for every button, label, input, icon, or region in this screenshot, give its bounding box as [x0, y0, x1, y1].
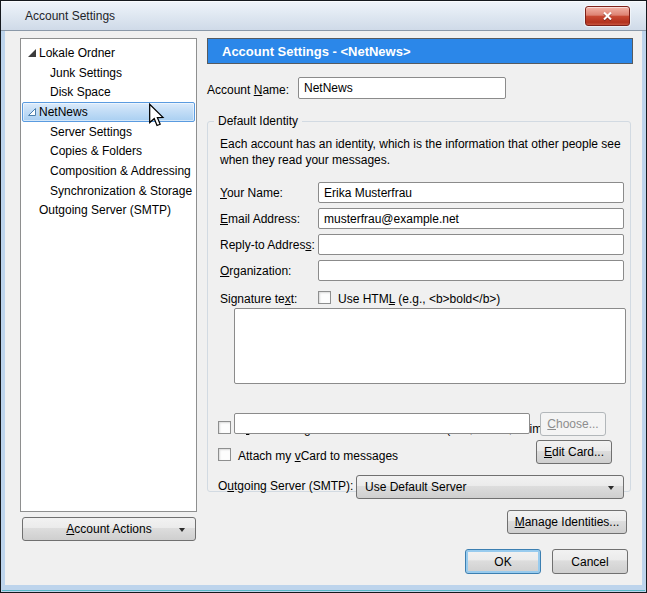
dialog-client-area: Lokale Ordner Junk Settings Disk Space N…	[5, 31, 642, 585]
tree-item[interactable]: Server Settings	[22, 122, 195, 142]
account-tree[interactable]: Lokale Ordner Junk Settings Disk Space N…	[20, 38, 197, 512]
tree-item[interactable]: Composition & Addressing	[22, 161, 195, 181]
email-address-label: Email Address:	[220, 212, 300, 226]
tree-item[interactable]: Junk Settings	[22, 63, 195, 83]
reply-to-label: Reply-to Address:	[220, 238, 315, 252]
tree-item-label: Junk Settings	[50, 66, 122, 80]
tree-item[interactable]: Synchronization & Storage	[22, 181, 195, 201]
ok-button[interactable]: OK	[465, 549, 541, 574]
choose-file-button[interactable]: Choose...	[540, 412, 606, 436]
banner: Account Settings - <NetNews>	[207, 38, 633, 64]
tree-item[interactable]: Disk Space	[22, 82, 195, 102]
your-name-label: Your Name:	[220, 186, 283, 200]
mouse-cursor-icon	[147, 103, 165, 127]
window-title: Account Settings	[25, 9, 115, 23]
tree-item[interactable]: Outgoing Server (SMTP)	[22, 201, 195, 221]
tree-item[interactable]: NetNews	[22, 102, 195, 122]
ok-label: OK	[494, 555, 511, 569]
smtp-server-dropdown[interactable]: Use Default Server	[356, 475, 624, 499]
identity-description: Each account has an identity, which is t…	[220, 136, 628, 168]
edit-card-button[interactable]: Edit Card...	[536, 440, 612, 464]
account-actions-button[interactable]: Account Actions	[22, 517, 196, 541]
choose-file-label: Choose...	[547, 417, 598, 431]
tree-item[interactable]: Lokale Ordner	[22, 43, 195, 63]
reply-to-input[interactable]	[318, 234, 624, 255]
account-name-input[interactable]	[298, 77, 506, 99]
tree-item-label: Composition & Addressing	[50, 164, 191, 178]
tree-item-label: Synchronization & Storage	[50, 184, 192, 198]
organization-input[interactable]	[318, 260, 624, 281]
account-actions-dropdown-icon	[179, 528, 185, 532]
tree-item-label: NetNews	[39, 105, 88, 119]
titlebar[interactable]: Account Settings	[1, 1, 646, 31]
smtp-server-value: Use Default Server	[365, 480, 466, 494]
use-html-label[interactable]: Use HTML (e.g., <b>bold</b>)	[338, 292, 500, 306]
smtp-label: Outgoing Server (SMTP):	[218, 479, 353, 493]
account-settings-dialog: Account Settings Lokale Ordner Junk Sett…	[0, 0, 647, 593]
tree-item[interactable]: Copies & Folders	[22, 141, 195, 161]
cancel-label: Cancel	[571, 555, 608, 569]
tree-item-label: Lokale Ordner	[39, 46, 115, 60]
signature-text-label: Signature text:	[220, 292, 297, 306]
use-html-checkbox[interactable]	[318, 291, 331, 304]
tree-twisty-icon[interactable]	[27, 107, 37, 117]
account-name-label: Account Name:	[207, 83, 289, 97]
manage-identities-button[interactable]: Manage Identities...	[507, 510, 627, 534]
page-title: Account Settings - <NetNews>	[222, 44, 411, 59]
close-button[interactable]	[585, 6, 630, 26]
tree-twisty-icon[interactable]	[27, 48, 37, 58]
signature-textarea[interactable]	[234, 308, 626, 384]
tree-item-label: Copies & Folders	[50, 144, 142, 158]
smtp-dropdown-arrow-icon	[608, 486, 614, 490]
close-icon	[602, 11, 613, 21]
default-identity-group: Default Identity Each account has an ide…	[207, 114, 631, 492]
edit-card-label: Edit Card...	[544, 445, 604, 459]
your-name-input[interactable]	[318, 182, 624, 203]
tree-item-label: Disk Space	[50, 85, 111, 99]
tree-item-label: Server Settings	[50, 125, 132, 139]
manage-identities-label: Manage Identities...	[515, 515, 620, 529]
account-actions-label: Account Actions	[66, 522, 151, 536]
cancel-button[interactable]: Cancel	[552, 549, 628, 574]
email-address-input[interactable]	[318, 208, 624, 229]
default-identity-legend: Default Identity	[214, 114, 302, 128]
tree-item-label: Outgoing Server (SMTP)	[39, 203, 171, 217]
organization-label: Organization:	[220, 264, 291, 278]
attach-vcard-checkbox[interactable]	[218, 448, 231, 461]
signature-file-path-input[interactable]	[234, 413, 530, 434]
attach-vcard-label[interactable]: Attach my vCard to messages	[238, 449, 398, 463]
attach-signature-file-checkbox[interactable]	[218, 421, 231, 434]
